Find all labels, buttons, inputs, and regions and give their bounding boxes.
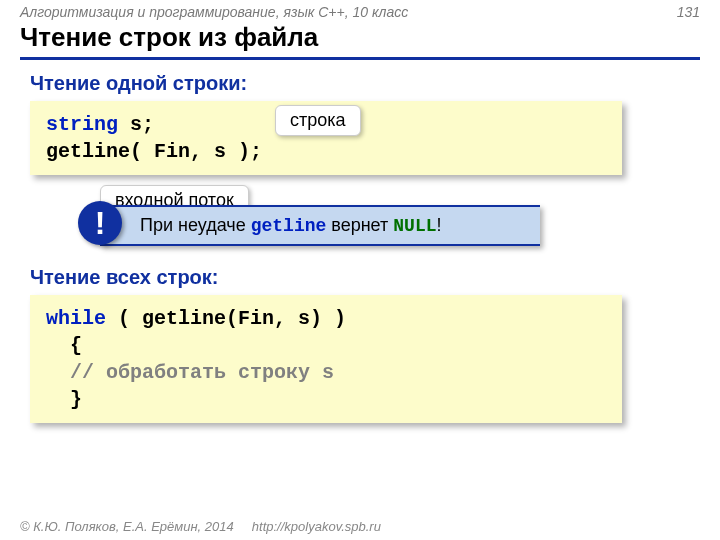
course-label: Алгоритмизация и программирование, язык … bbox=[20, 4, 408, 20]
code-line: while ( getline(Fin, s) ) bbox=[46, 305, 606, 332]
code-getline: getline bbox=[251, 216, 327, 236]
code-null: NULL bbox=[393, 216, 436, 236]
code-line: } bbox=[46, 386, 606, 413]
note-box: ! При неудаче getline вернет NULL! bbox=[100, 205, 540, 246]
slide-footer: © К.Ю. Поляков, Е.А. Ерёмин, 2014 http:/… bbox=[20, 519, 381, 534]
code-line: getline( Fin, s ); bbox=[46, 138, 606, 165]
section1-heading: Чтение одной строки: bbox=[30, 72, 690, 95]
note-bar: При неудаче getline вернет NULL! bbox=[100, 205, 540, 246]
code-block-2: while ( getline(Fin, s) ) { // обработат… bbox=[30, 295, 622, 423]
content-area: Чтение одной строки: string s; getline( … bbox=[0, 60, 720, 423]
code-line: { bbox=[46, 332, 606, 359]
copyright: © К.Ю. Поляков, Е.А. Ерёмин, 2014 bbox=[20, 519, 234, 534]
code-comment: // обработать строку s bbox=[46, 359, 606, 386]
keyword-string: string bbox=[46, 113, 118, 136]
slide-header: Алгоритмизация и программирование, язык … bbox=[0, 0, 720, 22]
callout-string: строка bbox=[275, 105, 361, 136]
keyword-while: while bbox=[46, 307, 106, 330]
exclamation-icon: ! bbox=[78, 201, 122, 245]
footer-url: http://kpolyakov.spb.ru bbox=[252, 519, 381, 534]
page-title: Чтение строк из файла bbox=[20, 22, 700, 60]
page-number: 131 bbox=[677, 4, 700, 20]
section2-heading: Чтение всех строк: bbox=[30, 266, 690, 289]
